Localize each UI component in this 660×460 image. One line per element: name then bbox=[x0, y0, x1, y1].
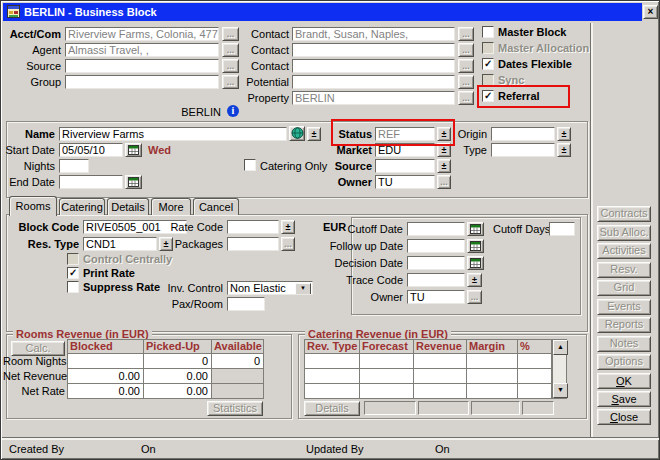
business-block-window: BERLIN - Business Block × Acct/Com River… bbox=[0, 0, 660, 460]
table-cell bbox=[414, 384, 466, 398]
trace-code-field[interactable] bbox=[407, 273, 465, 287]
potential-field[interactable] bbox=[292, 75, 455, 89]
contact-3-label: Contact bbox=[237, 60, 289, 73]
sync-checkbox: ✓ bbox=[482, 74, 494, 86]
nights-field[interactable] bbox=[59, 159, 89, 173]
follow-up-date-field[interactable] bbox=[407, 239, 465, 253]
rooms-owner-browse-button: ... bbox=[467, 290, 482, 304]
pax-room-field[interactable] bbox=[227, 297, 265, 311]
table-cell: 0.00 bbox=[68, 369, 143, 383]
ok-button[interactable]: OK bbox=[597, 373, 651, 389]
type-lov-button[interactable]: ± bbox=[557, 143, 571, 157]
calendar-icon[interactable] bbox=[125, 175, 142, 189]
cutoff-days-field[interactable] bbox=[549, 222, 575, 236]
tab-rooms[interactable]: Rooms bbox=[9, 196, 57, 216]
save-button[interactable]: Save bbox=[597, 391, 651, 407]
calendar-icon[interactable] bbox=[467, 222, 484, 236]
source-field[interactable] bbox=[65, 59, 219, 73]
property-field[interactable]: BERLIN bbox=[292, 91, 455, 105]
status-label: Status bbox=[334, 128, 372, 141]
referral-checkbox[interactable]: ✓ bbox=[482, 90, 494, 102]
rate-code-field[interactable] bbox=[227, 220, 279, 234]
agent-field[interactable]: Almassi Travel, , bbox=[65, 43, 219, 57]
info-icon[interactable]: i bbox=[227, 105, 239, 117]
property-browse-button[interactable]: ... bbox=[458, 91, 474, 105]
catering-table-scrollbar[interactable]: ▲ ▼ bbox=[552, 339, 567, 399]
source2-lov-button[interactable]: ± bbox=[437, 159, 451, 173]
print-rate-checkbox[interactable]: ✓ bbox=[67, 267, 79, 279]
suppress-rate-checkbox[interactable]: ✓ bbox=[67, 281, 79, 293]
statistics-button: Statistics bbox=[207, 401, 263, 416]
status-field[interactable]: REF bbox=[375, 127, 435, 141]
source2-field[interactable] bbox=[375, 159, 435, 173]
footer-divider bbox=[2, 437, 659, 440]
group-field[interactable] bbox=[65, 75, 219, 89]
source-label: Source bbox=[3, 60, 61, 73]
packages-browse-button[interactable]: ... bbox=[281, 237, 295, 251]
potential-browse-button[interactable]: ... bbox=[458, 75, 474, 89]
calendar-icon[interactable] bbox=[467, 239, 484, 253]
updated-by-label: Updated By bbox=[306, 443, 363, 456]
table-cell: 0 bbox=[144, 354, 211, 368]
close-icon[interactable]: × bbox=[643, 5, 658, 19]
rate-code-lov-button[interactable]: ± bbox=[281, 220, 295, 234]
origin-field[interactable] bbox=[491, 127, 555, 141]
master-block-checkbox[interactable]: ✓ bbox=[482, 26, 494, 38]
name-field[interactable]: Riverview Farms bbox=[59, 127, 287, 141]
inv-control-select[interactable]: Non Elastic ▼ bbox=[227, 281, 313, 295]
packages-field[interactable] bbox=[227, 237, 279, 251]
market-lov-button[interactable]: ± bbox=[437, 143, 451, 157]
details-button: Details bbox=[304, 401, 360, 416]
name-lov-button[interactable]: ± bbox=[307, 127, 321, 141]
chevron-down-icon[interactable]: ▼ bbox=[295, 283, 311, 295]
scroll-up-icon[interactable]: ▲ bbox=[553, 340, 568, 355]
calendar-icon[interactable] bbox=[125, 143, 142, 157]
rooms-owner-label: Owner bbox=[327, 291, 403, 304]
decision-date-label: Decision Date bbox=[327, 257, 403, 270]
trace-code-lov-button[interactable]: ± bbox=[467, 273, 482, 287]
table-cell bbox=[305, 369, 359, 383]
checkmark-icon: ✓ bbox=[484, 91, 492, 101]
dates-flexible-label: Dates Flexible bbox=[498, 58, 572, 71]
owner-browse-button: ... bbox=[437, 175, 451, 189]
decision-date-field[interactable] bbox=[407, 256, 465, 270]
start-date-field[interactable]: 05/05/10 bbox=[59, 143, 123, 157]
tab-cancel[interactable]: Cancel bbox=[193, 198, 239, 215]
notes-button: Notes bbox=[597, 336, 651, 352]
contact-1-field[interactable]: Brandt, Susan, Naples, bbox=[292, 27, 455, 41]
acct-com-field[interactable]: Riverview Farms, Colonia, 477 550-38 bbox=[65, 27, 219, 41]
dates-flexible-checkbox[interactable]: ✓ bbox=[482, 58, 494, 70]
property-label: Property bbox=[237, 92, 289, 105]
status-lov-button[interactable]: ± bbox=[437, 127, 451, 141]
rooms-owner-field[interactable]: TU bbox=[407, 290, 465, 304]
res-type-field[interactable]: CND1 bbox=[83, 237, 157, 251]
close-button[interactable]: Close bbox=[597, 409, 651, 425]
type-field[interactable] bbox=[491, 143, 555, 157]
cutoff-date-field[interactable] bbox=[407, 222, 465, 236]
row-label: Net Revenue bbox=[3, 370, 65, 383]
calendar-icon[interactable] bbox=[467, 256, 484, 270]
origin-lov-button[interactable]: ± bbox=[557, 127, 571, 141]
globe-icon[interactable] bbox=[289, 126, 305, 141]
window-icon bbox=[7, 5, 20, 23]
tab-more[interactable]: More bbox=[151, 198, 191, 215]
options-button: Options bbox=[597, 354, 651, 370]
inv-control-label: Inv. Control bbox=[151, 282, 223, 295]
scroll-down-icon[interactable]: ▼ bbox=[553, 383, 568, 398]
end-date-field[interactable] bbox=[59, 175, 123, 189]
market-field[interactable]: EDU bbox=[375, 143, 435, 157]
trace-code-label: Trace Code bbox=[327, 274, 403, 287]
contact-3-browse-button[interactable]: ... bbox=[458, 59, 474, 73]
tab-catering[interactable]: Catering bbox=[59, 198, 105, 215]
contact-2-browse-button[interactable]: ... bbox=[458, 43, 474, 57]
rate-code-label: Rate Code bbox=[151, 221, 223, 234]
table-cell bbox=[305, 354, 359, 368]
sync-label: Sync bbox=[498, 74, 524, 87]
tab-details[interactable]: Details bbox=[107, 198, 149, 215]
catering-only-checkbox[interactable]: ✓ bbox=[244, 159, 256, 171]
suppress-rate-label: Suppress Rate bbox=[83, 281, 160, 294]
contact-3-field[interactable] bbox=[292, 59, 455, 73]
owner-field[interactable]: TU bbox=[375, 175, 435, 189]
contact-1-browse-button[interactable]: ... bbox=[458, 27, 474, 41]
contact-2-field[interactable] bbox=[292, 43, 455, 57]
